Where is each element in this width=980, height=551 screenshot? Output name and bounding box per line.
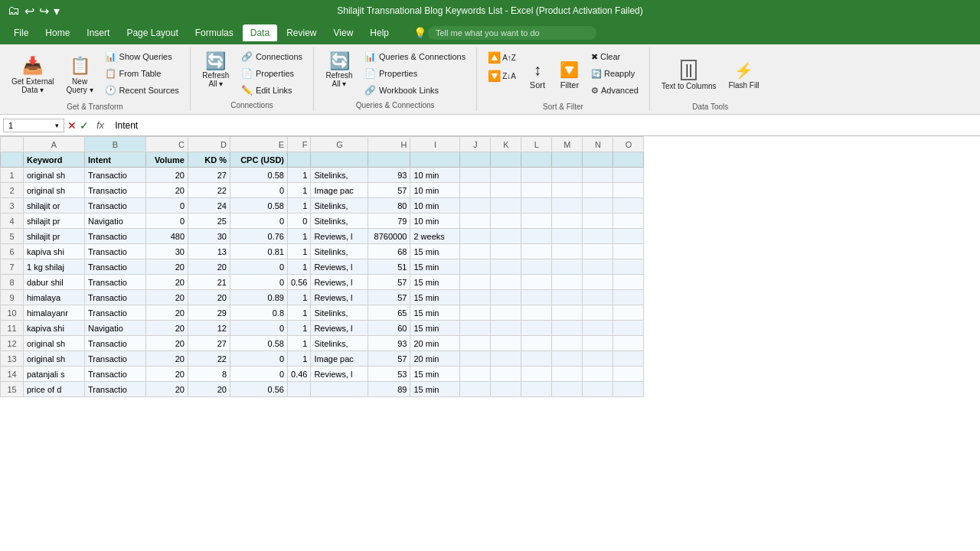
spreadsheet[interactable]: A B C D E F G H I J K L M N O KeywordInt… — [0, 136, 980, 551]
empty-cell[interactable] — [583, 290, 613, 305]
sort-za-button[interactable]: 🔽 Z↓A — [483, 67, 521, 84]
cell[interactable]: 24 — [188, 198, 230, 214]
cell-reference[interactable]: 1 ▾ — [3, 119, 64, 132]
empty-cell[interactable] — [613, 367, 644, 382]
cell[interactable]: 60 — [368, 321, 410, 336]
empty-cell[interactable] — [491, 382, 521, 397]
cell[interactable]: 15 min — [410, 290, 460, 305]
cell[interactable]: Transactio — [85, 367, 146, 382]
empty-cell[interactable] — [613, 275, 644, 290]
workbook-links-button[interactable]: 🔗 Workbook Links — [360, 83, 470, 98]
col-header-h[interactable]: H — [368, 137, 410, 152]
cell[interactable]: 0 — [230, 275, 288, 290]
cell[interactable] — [311, 382, 368, 397]
empty-cell[interactable] — [521, 305, 552, 321]
empty-cell[interactable] — [491, 290, 521, 305]
cell[interactable]: 20 — [146, 351, 188, 367]
menu-insert[interactable]: Insert — [79, 24, 117, 41]
cell[interactable]: Transactio — [85, 229, 146, 244]
cell[interactable]: 29 — [188, 305, 230, 321]
cell[interactable]: 25 — [188, 214, 230, 229]
empty-cell[interactable] — [460, 351, 491, 367]
cell[interactable]: 20 — [146, 336, 188, 351]
empty-cell[interactable] — [552, 351, 583, 367]
cell[interactable]: original sh — [24, 168, 85, 183]
cell[interactable]: Reviews, l — [311, 367, 368, 382]
cell[interactable]: Image pac — [311, 183, 368, 198]
empty-cell[interactable] — [552, 168, 583, 183]
empty-cell[interactable] — [491, 198, 521, 214]
cell[interactable]: 1 — [288, 321, 311, 336]
empty-cell[interactable] — [613, 168, 644, 183]
cell[interactable]: 0.58 — [230, 168, 288, 183]
redo-icon[interactable]: ↪ — [39, 4, 49, 18]
cell[interactable]: KD % — [188, 152, 230, 168]
empty-cell[interactable] — [521, 336, 552, 351]
cell[interactable]: 0.81 — [230, 244, 288, 259]
cell[interactable]: 0.46 — [288, 367, 311, 382]
cell[interactable]: 0 — [230, 259, 288, 275]
sort-button[interactable]: ↕ Sort — [522, 49, 553, 101]
empty-cell[interactable] — [583, 183, 613, 198]
empty-cell[interactable] — [552, 305, 583, 321]
col-header-e[interactable]: E — [230, 137, 288, 152]
empty-cell[interactable] — [521, 198, 552, 214]
cell[interactable]: 51 — [368, 259, 410, 275]
cell[interactable]: shilajit or — [24, 198, 85, 214]
cell[interactable]: 57 — [368, 183, 410, 198]
cell[interactable]: 0 — [288, 214, 311, 229]
cell[interactable]: 1 — [288, 198, 311, 214]
cell[interactable]: Sitelinks, — [311, 214, 368, 229]
empty-cell[interactable] — [583, 336, 613, 351]
cell[interactable]: 20 min — [410, 351, 460, 367]
cell[interactable]: 20 — [146, 382, 188, 397]
menu-review[interactable]: Review — [279, 24, 324, 41]
cell[interactable]: 20 — [146, 290, 188, 305]
empty-cell[interactable] — [613, 259, 644, 275]
empty-cell[interactable] — [460, 382, 491, 397]
cell[interactable]: Keyword — [24, 152, 85, 168]
cell[interactable]: 1 kg shilaj — [24, 259, 85, 275]
empty-cell[interactable] — [491, 183, 521, 198]
cell[interactable]: 0.58 — [230, 198, 288, 214]
cell[interactable]: 1 — [288, 229, 311, 244]
cell[interactable]: Intent — [85, 152, 146, 168]
empty-cell[interactable] — [491, 168, 521, 183]
cell[interactable]: 65 — [368, 305, 410, 321]
cell[interactable]: 15 min — [410, 259, 460, 275]
empty-cell[interactable] — [552, 321, 583, 336]
cell[interactable]: Sitelinks, — [311, 305, 368, 321]
empty-cell[interactable] — [552, 336, 583, 351]
cell[interactable]: 68 — [368, 244, 410, 259]
cell[interactable]: Transactio — [85, 244, 146, 259]
empty-cell[interactable] — [521, 321, 552, 336]
cell[interactable]: Image pac — [311, 351, 368, 367]
cell[interactable] — [410, 152, 460, 168]
empty-cell[interactable] — [613, 229, 644, 244]
empty-cell[interactable] — [552, 367, 583, 382]
empty-cell[interactable] — [613, 198, 644, 214]
cell[interactable]: 0 — [146, 214, 188, 229]
empty-cell[interactable] — [583, 214, 613, 229]
cell[interactable]: 480 — [146, 229, 188, 244]
empty-cell[interactable] — [552, 382, 583, 397]
cell[interactable]: 1 — [288, 305, 311, 321]
cell[interactable]: original sh — [24, 351, 85, 367]
cell[interactable]: Transactio — [85, 168, 146, 183]
cell[interactable]: 21 — [188, 275, 230, 290]
col-header-j[interactable]: J — [460, 137, 491, 152]
empty-cell[interactable] — [583, 382, 613, 397]
cell[interactable]: 10 min — [410, 183, 460, 198]
col-header-f[interactable]: F — [288, 137, 311, 152]
cell[interactable]: kapiva shi — [24, 244, 85, 259]
empty-cell[interactable] — [613, 382, 644, 397]
empty-cell[interactable] — [491, 259, 521, 275]
cell[interactable]: 1 — [288, 336, 311, 351]
cell[interactable]: 20 — [188, 290, 230, 305]
cell[interactable]: Transactio — [85, 198, 146, 214]
empty-cell[interactable] — [521, 367, 552, 382]
empty-cell[interactable] — [613, 152, 644, 168]
empty-cell[interactable] — [491, 351, 521, 367]
cell[interactable]: Navigatio — [85, 321, 146, 336]
cell[interactable]: Reviews, l — [311, 290, 368, 305]
